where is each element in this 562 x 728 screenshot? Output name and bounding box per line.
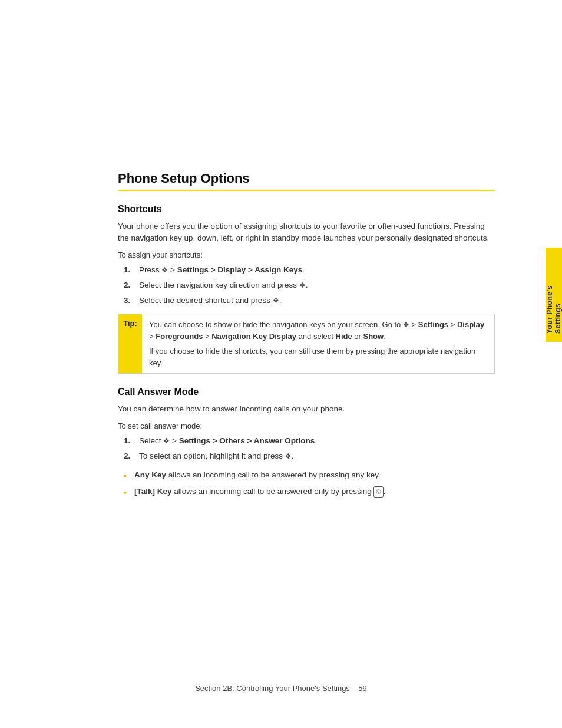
tip-line-2: If you choose to hide the shortcuts, you… (149, 345, 487, 368)
ca-nav-icon-1: ❖ (163, 436, 170, 446)
shortcuts-step-2: 2. Select the navigation key direction a… (124, 279, 495, 291)
nav-icon-2: ❖ (299, 280, 306, 291)
tip-box: Tip: You can choose to show or hide the … (118, 314, 495, 374)
call-answer-step-1: 1. Select ❖ > Settings > Others > Answer… (124, 435, 495, 447)
shortcuts-steps-list: 1. Press ❖ > Settings > Display > Assign… (124, 264, 495, 307)
side-tab: Your Phone's Settings (546, 248, 562, 342)
talk-key-icon: © (373, 486, 383, 498)
page-title: Phone Setup Options (118, 171, 495, 191)
call-answer-heading: Call Answer Mode (118, 387, 495, 397)
ca-step-2-num: 2. (124, 450, 137, 462)
call-answer-step-2: 2. To select an option, highlight it and… (124, 450, 495, 462)
side-tab-label: Your Phone's Settings (546, 256, 562, 334)
call-answer-steps-list: 1. Select ❖ > Settings > Others > Answer… (124, 435, 495, 463)
call-answer-body: You can determine how to answer incoming… (118, 403, 495, 415)
step-1-num: 1. (124, 264, 137, 276)
bullet-talk-key-text: [Talk] Key allows an incoming call to be… (134, 486, 385, 498)
ca-nav-icon-2: ❖ (285, 451, 292, 462)
main-content: Phone Setup Options Shortcuts Your phone… (0, 0, 542, 540)
bullet-talk-key: ▪ [Talk] Key allows an incoming call to … (124, 486, 495, 499)
step-2-num: 2. (124, 279, 137, 291)
bullet-dot-2: ▪ (124, 486, 132, 499)
page-container: Your Phone's Settings Phone Setup Option… (0, 0, 562, 728)
tip-content: You can choose to show or hide the navig… (142, 314, 494, 373)
page-footer: Section 2B: Controlling Your Phone's Set… (0, 684, 562, 693)
footer-text: Section 2B: Controlling Your Phone's Set… (195, 684, 350, 693)
ca-step-1-text: Select ❖ > Settings > Others > Answer Op… (139, 435, 317, 447)
shortcuts-step-3: 3. Select the desired shortcut and press… (124, 295, 495, 307)
step-3-num: 3. (124, 295, 137, 307)
tip-label: Tip: (118, 314, 142, 373)
step-1-text: Press ❖ > Settings > Display > Assign Ke… (139, 264, 305, 276)
bullet-any-key-text: Any Key allows an incoming call to be an… (134, 469, 381, 481)
step-3-text: Select the desired shortcut and press ❖. (139, 295, 281, 307)
tip-line-1: You can choose to show or hide the navig… (149, 319, 487, 342)
shortcuts-step-1: 1. Press ❖ > Settings > Display > Assign… (124, 264, 495, 276)
nav-icon-3: ❖ (273, 295, 279, 306)
ca-step-1-num: 1. (124, 435, 137, 447)
tip-nav-icon: ❖ (403, 319, 409, 330)
call-answer-sub-label: To set call answer mode: (118, 421, 495, 430)
shortcuts-heading: Shortcuts (118, 204, 495, 215)
step-2-text: Select the navigation key direction and … (139, 279, 308, 291)
shortcuts-sub-label: To assign your shortcuts: (118, 251, 495, 259)
bullet-dot-1: ▪ (124, 470, 132, 482)
ca-step-2-text: To select an option, highlight it and pr… (139, 450, 293, 462)
nav-icon-1: ❖ (161, 265, 168, 275)
bullet-any-key: ▪ Any Key allows an incoming call to be … (124, 469, 495, 482)
footer-page-num: 59 (358, 684, 366, 693)
shortcuts-body: Your phone offers you the option of assi… (118, 220, 495, 245)
call-answer-bullets: ▪ Any Key allows an incoming call to be … (124, 469, 495, 499)
